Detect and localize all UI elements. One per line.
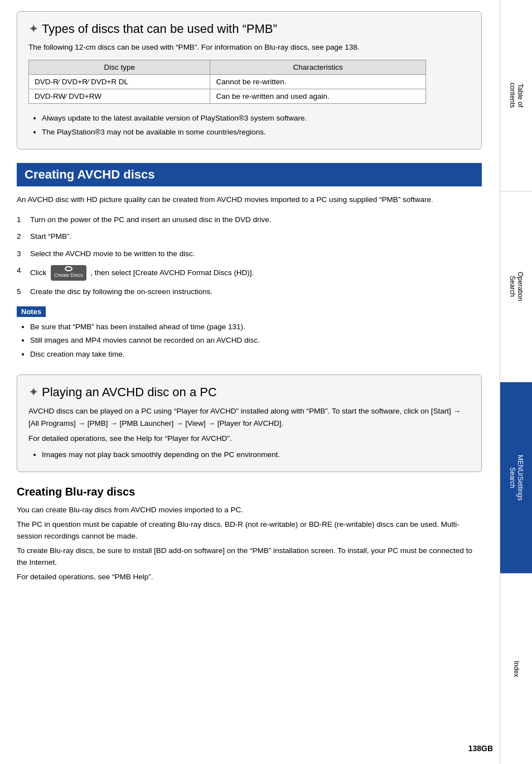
col-header-characteristics: Characteristics — [210, 60, 425, 75]
disc-type-1: DVD-R⁄ DVD+R⁄ DVD+R DL — [29, 75, 210, 89]
playing-section: ✦ Playing an AVCHD disc on a PC AVCHD di… — [17, 374, 482, 472]
disc-table: Disc type Characteristics DVD-R⁄ DVD+R⁄ … — [28, 60, 426, 104]
sun-icon: ✦ — [28, 385, 38, 400]
avchd-header: Creating AVCHD discs — [17, 163, 482, 186]
bluray-header: Creating Blu-ray discs — [17, 486, 482, 498]
list-item: Images may not play back smoothly depend… — [42, 448, 470, 462]
sidebar-tab-menu-settings-search[interactable]: MENU/SettingsSearch — [500, 382, 532, 574]
notes-label: Notes — [17, 306, 46, 317]
disc-icon — [65, 266, 72, 272]
playing-text-1: AVCHD discs can be played on a PC using … — [28, 405, 470, 429]
list-item: 3 Select the AVCHD movie to be written t… — [17, 248, 482, 260]
playing-text-2: For detailed operations, see the Help fo… — [28, 433, 470, 445]
playing-bullets: Images may not play back smoothly depend… — [28, 448, 470, 462]
list-item: Be sure that “PMB” has been installed ah… — [30, 320, 482, 334]
avchd-intro: An AVCHD disc with HD picture quality ca… — [17, 194, 482, 205]
sidebar-tab-table-of-contents[interactable]: Table ofcontents — [500, 0, 532, 191]
list-item: 5 Create the disc by following the on-sc… — [17, 286, 482, 297]
bluray-text-1: You can create Blu-ray discs from AVCHD … — [17, 504, 482, 516]
char-1: Cannot be re-written. — [210, 75, 425, 89]
list-item: Disc creation may take time. — [30, 348, 482, 361]
disc-type-2: DVD-RW⁄ DVD+RW — [29, 89, 210, 104]
avchd-section: Creating AVCHD discs An AVCHD disc with … — [17, 163, 482, 361]
sidebar-tab-index[interactable]: Index — [500, 574, 532, 765]
list-item: Still images and MP4 movies cannot be re… — [30, 334, 482, 347]
types-section-title: ✦ Types of discs that can be used with “… — [28, 22, 470, 36]
table-row: DVD-R⁄ DVD+R⁄ DVD+R DL Cannot be re-writ… — [29, 75, 426, 89]
notes-box: Notes Be sure that “PMB” has been instal… — [17, 306, 482, 361]
playing-title: ✦ Playing an AVCHD disc on a PC — [28, 385, 470, 400]
sidebar: Table ofcontents OperationSearch MENU/Se… — [500, 0, 532, 764]
list-item: 2 Start “PMB”. — [17, 231, 482, 242]
main-content: ✦ Types of discs that can be used with “… — [0, 0, 499, 617]
sun-icon: ✦ — [28, 22, 38, 36]
bluray-section: Creating Blu-ray discs You can create Bl… — [17, 486, 482, 583]
list-item: 1 Turn on the power of the PC and insert… — [17, 214, 482, 225]
list-item: The PlayStation®3 may not be available i… — [42, 126, 470, 139]
types-section: ✦ Types of discs that can be used with “… — [17, 11, 482, 150]
page-number: 138GB — [468, 744, 493, 753]
bluray-text-2: The PC in question must be capable of cr… — [17, 518, 482, 542]
table-row: DVD-RW⁄ DVD+RW Can be re-written and use… — [29, 89, 426, 104]
list-item: 4 Click Create Discs , then select [Crea… — [17, 265, 482, 281]
col-header-disc-type: Disc type — [29, 60, 210, 75]
notes-list: Be sure that “PMB” has been installed ah… — [17, 320, 482, 361]
sidebar-tab-operation-search[interactable]: OperationSearch — [500, 191, 532, 383]
types-intro: The following 12-cm discs can be used wi… — [28, 42, 470, 53]
char-2: Can be re-written and used again. — [210, 89, 425, 104]
list-item: Always update to the latest available ve… — [42, 112, 470, 125]
create-disc-button[interactable]: Create Discs — [51, 265, 86, 281]
steps-list: 1 Turn on the power of the PC and insert… — [17, 214, 482, 297]
types-bullets: Always update to the latest available ve… — [28, 112, 470, 139]
bluray-text-3: To create Blu-ray discs, be sure to inst… — [17, 545, 482, 569]
bluray-text-4: For detailed operations, see “PMB Help”. — [17, 571, 482, 583]
